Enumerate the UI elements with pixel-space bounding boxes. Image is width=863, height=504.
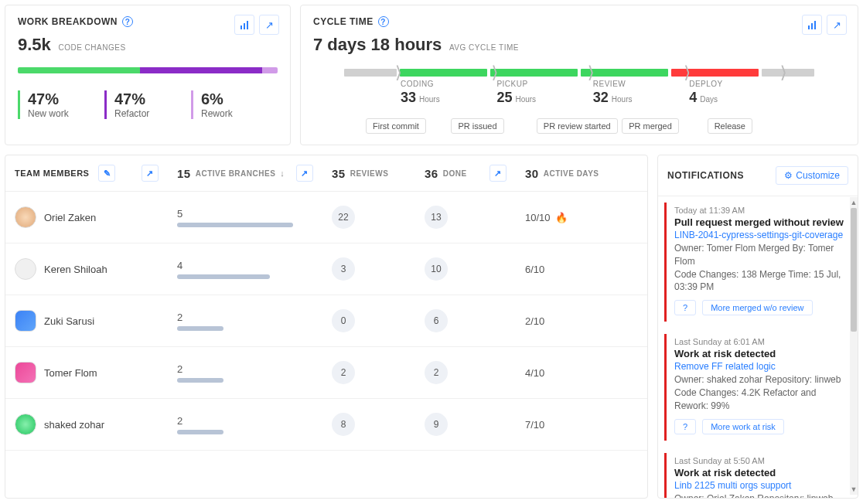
avatar xyxy=(15,414,36,435)
work-breakdown-bar xyxy=(18,67,278,73)
reviews-label: REVIEWS xyxy=(350,169,389,178)
notifications-title: NOTIFICATIONS xyxy=(667,170,744,181)
table-row[interactable]: Oriel Zaken 5 22 13 10/10🔥 xyxy=(5,192,647,243)
chevron-right-icon: › xyxy=(396,48,401,93)
cycle-stage: › DEPLOY 4Days xyxy=(689,80,785,106)
avatar xyxy=(15,362,36,383)
chart-icon-button[interactable] xyxy=(802,15,822,35)
code-changes-label: CODE CHANGES xyxy=(58,43,125,52)
work-breakdown-stat: 47% New work xyxy=(18,90,104,119)
notification-link[interactable]: Remove FF related logic xyxy=(674,361,848,372)
notification-item[interactable]: Today at 11:39 AM Pull request merged wi… xyxy=(664,203,854,322)
notification-more-button[interactable]: More work at risk xyxy=(702,419,784,434)
stat-name: New work xyxy=(28,108,104,119)
stat-percent: 47% xyxy=(114,90,191,108)
code-changes-value: 9.5k xyxy=(18,35,51,54)
scroll-down-icon[interactable]: ▼ xyxy=(850,484,858,495)
branches-label: ACTIVE BRANCHES xyxy=(196,169,276,178)
gear-icon: ⚙ xyxy=(784,170,793,181)
reviews-count: 35 xyxy=(332,167,346,180)
branches-count: 15 xyxy=(177,167,191,180)
member-name: shaked zohar xyxy=(44,419,104,431)
work-breakdown-stat: 47% Refactor xyxy=(104,90,191,119)
branch-bar xyxy=(177,430,223,434)
expand-icon-button[interactable]: ↗ xyxy=(827,15,847,35)
table-row[interactable]: shaked zohar 2 8 9 7/10 xyxy=(5,399,647,451)
stat-name: Refactor xyxy=(114,108,191,119)
notification-link[interactable]: Linb 2125 multi orgs support xyxy=(674,480,848,491)
notification-meta: Owner: shaked zohar Repository: linwebCo… xyxy=(674,373,848,412)
member-name: Oriel Zaken xyxy=(44,212,96,223)
cycle-time-card: ↗ CYCLE TIME? 7 days 18 hours AVG CYCLE … xyxy=(300,5,858,145)
notification-item[interactable]: Last Sunday at 6:01 AM Work at risk dete… xyxy=(664,334,854,440)
notification-headline: Work at risk detected xyxy=(674,467,848,478)
work-breakdown-stat: 6% Rework xyxy=(191,90,278,119)
branch-bar xyxy=(177,223,293,227)
notification-item[interactable]: Last Sunday at 5:50 AM Work at risk dete… xyxy=(664,453,854,498)
customize-button[interactable]: ⚙ Customize xyxy=(776,166,848,185)
branch-count: 2 xyxy=(177,312,313,323)
active-days-label: ACTIVE DAYS xyxy=(544,169,599,178)
scroll-thumb[interactable] xyxy=(851,208,857,332)
help-icon[interactable]: ? xyxy=(122,16,133,27)
table-row[interactable]: Keren Shiloah 4 3 10 6/10 xyxy=(5,243,647,295)
branch-bar xyxy=(177,326,223,331)
table-row[interactable]: Tomer Flom 2 2 2 4/10 xyxy=(5,347,647,399)
expand-icon-button[interactable]: ↗ xyxy=(142,165,159,182)
team-members-header: TEAM MEMBERS xyxy=(15,169,89,178)
notification-meta: Owner: Oriel Zaken Repository: linweb xyxy=(674,492,848,498)
cycle-event: First commit xyxy=(366,118,426,134)
avatar xyxy=(15,310,36,332)
svg-rect-1 xyxy=(244,23,245,29)
chevron-right-icon: › xyxy=(684,48,690,93)
chart-icon-button[interactable] xyxy=(234,15,254,35)
done-count: 36 xyxy=(425,167,438,180)
reviews-value: 22 xyxy=(332,206,355,229)
notification-link[interactable]: LINB-2041-cypress-settings-git-coverage xyxy=(674,230,848,240)
svg-rect-5 xyxy=(814,21,816,29)
work-breakdown-title: WORK BREAKDOWN xyxy=(18,16,118,27)
sort-down-icon[interactable]: ↓ xyxy=(280,169,285,178)
notifications-panel: NOTIFICATIONS ⚙ Customize Today at 11:39… xyxy=(657,155,858,499)
expand-icon-button[interactable]: ↗ xyxy=(259,15,279,35)
reviews-value: 3 xyxy=(332,257,355,281)
active-days-value: 4/10 xyxy=(525,367,544,379)
notification-help-button[interactable]: ? xyxy=(674,419,696,434)
chevron-right-icon: › xyxy=(492,48,497,93)
cycle-event: PR issued xyxy=(451,118,503,134)
notification-help-button[interactable]: ? xyxy=(674,300,696,315)
done-value: 9 xyxy=(425,413,448,436)
cycle-event: PR review started xyxy=(537,118,618,134)
expand-icon-button[interactable]: ↗ xyxy=(489,165,507,182)
expand-icon-button[interactable]: ↗ xyxy=(296,165,313,182)
notification-time: Today at 11:39 AM xyxy=(674,206,848,215)
active-days-value: 2/10 xyxy=(525,315,544,327)
svg-rect-3 xyxy=(808,26,810,29)
notification-meta: Owner: Tomer Flom Merged By: Tomer FlomC… xyxy=(674,242,848,294)
help-icon[interactable]: ? xyxy=(378,16,389,27)
svg-rect-0 xyxy=(240,26,242,29)
scroll-up-icon[interactable]: ▲ xyxy=(850,197,858,208)
edit-icon-button[interactable]: ✎ xyxy=(98,165,115,182)
cycle-event: Release xyxy=(708,118,752,134)
work-breakdown-card: ↗ WORK BREAKDOWN? 9.5k CODE CHANGES 47% … xyxy=(5,5,291,145)
notification-time: Last Sunday at 5:50 AM xyxy=(674,456,848,465)
notification-more-button[interactable]: More merged w/o review xyxy=(702,300,812,315)
cycle-time-value: 7 days 18 hours xyxy=(313,35,442,54)
branch-bar xyxy=(177,274,270,279)
stat-percent: 6% xyxy=(201,90,278,108)
done-value: 6 xyxy=(425,309,448,332)
cycle-time-label: AVG CYCLE TIME xyxy=(449,43,519,52)
avatar xyxy=(15,258,36,280)
cycle-stage: › CODING 33Hours xyxy=(401,80,496,106)
table-row[interactable]: Zuki Sarusi 2 0 6 2/10 xyxy=(5,295,647,347)
done-label: DONE xyxy=(443,169,467,178)
stat-percent: 47% xyxy=(28,90,104,108)
active-days-count: 30 xyxy=(525,167,539,180)
member-name: Keren Shiloah xyxy=(44,264,107,275)
done-value: 2 xyxy=(425,361,448,384)
notification-headline: Work at risk detected xyxy=(674,348,848,359)
notification-headline: Pull request merged without review xyxy=(674,216,848,228)
branch-count: 4 xyxy=(177,260,313,271)
notifications-scrollbar[interactable]: ▲ ▼ xyxy=(850,197,858,495)
